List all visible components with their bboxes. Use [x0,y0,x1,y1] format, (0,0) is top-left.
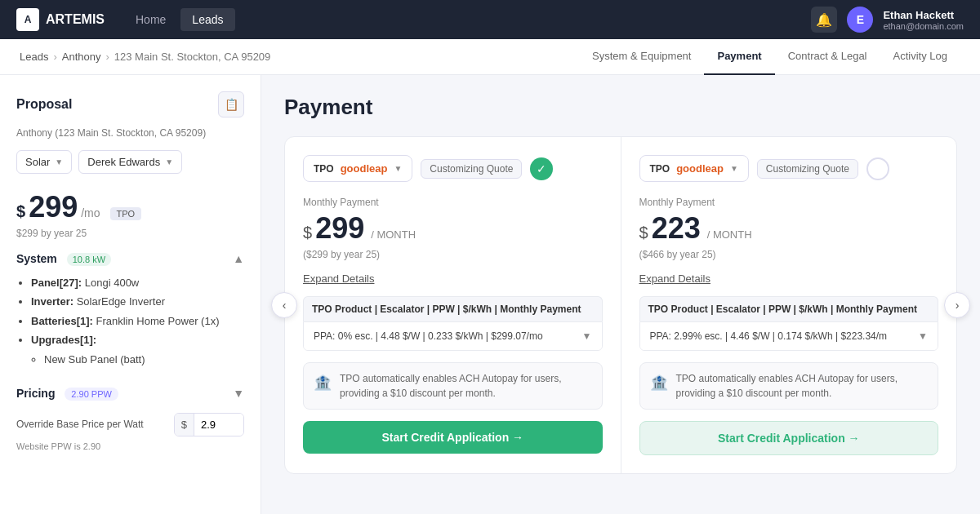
autopay-box-2: 🏦 TPO automatically enables ACH Autopay … [639,362,939,410]
website-ppw: Website PPW is 2.90 [16,441,244,451]
cards-container: ‹ TPO goodleap ▼ Customizing Quote ✓ Mon… [284,136,957,474]
cards-nav-left-button[interactable]: ‹ [271,292,297,318]
price-number-2: 223 [652,211,701,246]
tab-contract-legal[interactable]: Contract & Legal [775,39,880,75]
breadcrumb-bar: Leads › Anthony › 123 Main St. Stockton,… [0,39,980,75]
override-input[interactable]: $ [174,413,244,436]
tab-payment[interactable]: Payment [704,39,774,75]
override-value-input[interactable] [194,414,243,436]
tab-system-equipment[interactable]: System & Equipment [579,39,704,75]
bank-icon-2: 🏦 [650,372,668,394]
product-dropdown-chevron-icon-2: ▼ [918,330,928,342]
customer-name: Anthony (123 Main St. Stockton, CA 95209… [16,127,244,139]
user-info: Ethan Hackett ethan@domain.com [883,9,964,31]
nav-home[interactable]: Home [124,8,177,31]
goodleap-logo-1: goodleap [341,162,388,175]
rep-selector[interactable]: Derek Edwards ▼ [78,150,182,174]
product-select-row-1: PPA: 0% esc. | 4.48 $/W | 0.233 $/kWh | … [303,321,603,351]
provider-chevron-icon-1: ▼ [394,164,402,173]
notifications-button[interactable]: 🔔 [811,7,837,33]
price-mo-2: / MONTH [707,228,752,241]
provider-chevron-icon-2: ▼ [730,164,738,173]
logo-icon: A [16,8,39,31]
card-2-top: TPO goodleap ▼ Customizing Quote [639,155,939,182]
pricing-title: Pricing [16,387,55,400]
tpo-badge: TPO [110,207,142,220]
monthly-label-1: Monthly Payment [303,197,603,208]
price-number-1: 299 [315,211,364,246]
provider-selector-1[interactable]: TPO goodleap ▼ [303,155,412,182]
sidebar: Proposal 📋 Anthony (123 Main St. Stockto… [0,75,261,514]
tab-navigation: System & Equipment Payment Contract & Le… [579,39,960,75]
pricing-collapse-icon: ▼ [233,387,244,400]
autopay-text-1: TPO automatically enables ACH Autopay fo… [340,371,592,401]
price-display: $ 299 /mo TPO [16,190,244,224]
breadcrumb-leads[interactable]: Leads [20,51,48,63]
price-note-2: ($466 by year 25) [639,249,939,260]
selector-row: Solar ▼ Derek Edwards ▼ [16,150,244,174]
selected-check-icon-1: ✓ [530,157,553,180]
system-title: System [16,252,57,265]
product-table-header-1: TPO Product | Escalator | PPW | $/kWh | … [303,296,603,321]
payment-card-1: TPO goodleap ▼ Customizing Quote ✓ Month… [285,137,621,473]
price-unit: /mo [81,206,100,219]
system-collapse-icon[interactable]: ▲ [233,252,244,265]
sidebar-title: Proposal [16,97,72,112]
tab-activity-log[interactable]: Activity Log [880,39,960,75]
kw-badge: 10.8 kW [67,253,111,266]
rep-selector-chevron-icon: ▼ [165,157,173,166]
nav-right: 🔔 E Ethan Hackett ethan@domain.com [811,7,964,33]
cards-nav-right-button[interactable]: › [944,292,970,318]
price-mo-1: / MONTH [371,228,416,241]
product-dropdown-1[interactable]: PPA: 0% esc. | 4.48 $/W | 0.233 $/kWh | … [304,322,602,350]
list-item: New Sub Panel (batt) [44,350,244,369]
goodleap-logo-2: goodleap [676,162,724,175]
unselected-circle-icon-2 [866,157,889,180]
product-table-header-2: TPO Product | Escalator | PPW | $/kWh | … [639,296,939,321]
provider-selector-2[interactable]: TPO goodleap ▼ [639,155,749,182]
breadcrumb-customer[interactable]: Anthony [62,51,101,63]
breadcrumb-address: 123 Main St. Stockton, CA 95209 [114,51,271,63]
autopay-box-1: 🏦 TPO automatically enables ACH Autopay … [303,362,603,410]
expand-details-link-2[interactable]: Expand Details [639,273,710,285]
pricing-header[interactable]: Pricing 2.90 PPW ▼ [16,382,244,405]
logo[interactable]: A ARTEMIS [16,8,105,31]
nav-leads[interactable]: Leads [180,8,234,31]
tpo-label-2: TPO [650,163,670,175]
price-sub: $299 by year 25 [16,228,244,239]
product-dropdown-value-2: PPA: 2.99% esc. | 4.46 $/W | 0.174 $/kWh… [650,330,888,342]
user-email: ethan@domain.com [883,21,964,31]
card-1-top: TPO goodleap ▼ Customizing Quote ✓ [303,155,603,182]
page-title: Payment [284,95,957,120]
top-navigation: A ARTEMIS Home Leads 🔔 E Ethan Hackett e… [0,0,980,39]
solar-selector[interactable]: Solar ▼ [16,150,72,174]
sidebar-header: Proposal 📋 [16,91,244,117]
customizing-badge-1: Customizing Quote [421,159,522,179]
customizing-badge-2: Customizing Quote [757,159,858,179]
product-dropdown-chevron-icon-1: ▼ [582,330,592,342]
price-dollar-sign-1: $ [303,224,312,242]
list-item: Batteries[1]: Franklin Home Power (1x) [31,312,244,330]
price-note-1: ($299 by year 25) [303,249,603,260]
product-dropdown-value-1: PPA: 0% esc. | 4.48 $/W | 0.233 $/kWh | … [314,330,543,342]
expand-details-link-1[interactable]: Expand Details [303,273,374,285]
monthly-price-2: $ 223 / MONTH [639,211,939,246]
export-button[interactable]: 📋 [218,91,244,117]
product-dropdown-2[interactable]: PPA: 2.99% esc. | 4.46 $/W | 0.174 $/kWh… [640,322,938,350]
monthly-label-2: Monthly Payment [639,197,939,208]
main-layout: Proposal 📋 Anthony (123 Main St. Stockto… [0,75,980,514]
system-section-header: System 10.8 kW ▲ [16,252,244,265]
override-label: Override Base Price per Watt [16,419,144,430]
dollar-prefix-icon: $ [175,414,194,436]
price-dollar-sign-2: $ [639,224,648,242]
tpo-label-1: TPO [314,163,334,175]
system-list: Panel[27]: Longi 400w Inverter: SolarEdg… [16,273,244,369]
payment-card-2: TPO goodleap ▼ Customizing Quote Monthly… [621,137,957,473]
credit-application-button-2[interactable]: Start Credit Application → [639,421,939,455]
main-content: Payment ‹ TPO goodleap ▼ Customizing Quo… [261,75,980,514]
product-select-row-2: PPA: 2.99% esc. | 4.46 $/W | 0.174 $/kWh… [639,321,939,351]
nav-links: Home Leads [124,8,791,31]
list-item: Upgrades[1]: New Sub Panel (batt) [31,330,244,369]
payment-cards: TPO goodleap ▼ Customizing Quote ✓ Month… [284,136,957,474]
credit-application-button-1[interactable]: Start Credit Application → [303,421,603,454]
